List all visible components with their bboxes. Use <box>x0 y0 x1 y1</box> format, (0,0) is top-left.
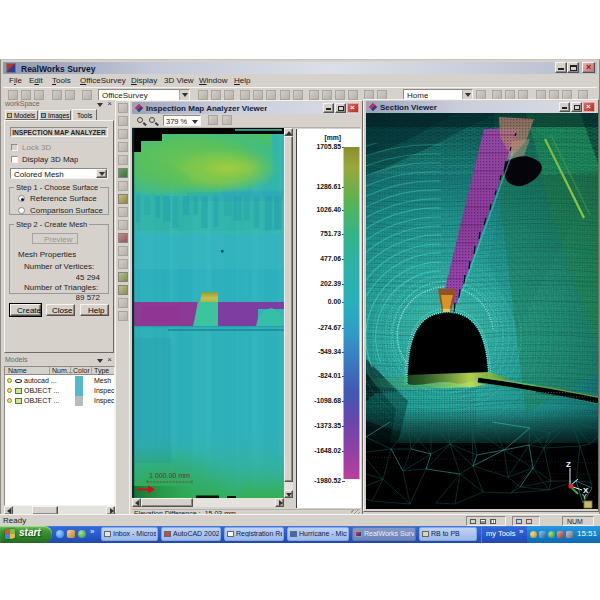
svg-text:-549.34: -549.34 <box>318 348 341 355</box>
svg-text:751.73: 751.73 <box>320 230 341 237</box>
svg-text:202.39: 202.39 <box>320 280 341 287</box>
svg-text:-1373.35: -1373.35 <box>314 422 341 429</box>
svg-text:[mm]: [mm] <box>324 134 341 142</box>
svg-text:-1098.68: -1098.68 <box>314 397 341 404</box>
svg-text:Z: Z <box>566 460 571 469</box>
svg-text:1 000.00 mm: 1 000.00 mm <box>149 472 190 479</box>
svg-text:1026.40: 1026.40 <box>316 206 341 213</box>
svg-text:-824.01: -824.01 <box>318 372 341 379</box>
svg-text:477.06: 477.06 <box>320 255 341 262</box>
svg-text:-274.67: -274.67 <box>318 324 341 331</box>
svg-text:0.00: 0.00 <box>328 298 341 305</box>
svg-text:-1648.02: -1648.02 <box>314 447 341 454</box>
svg-text:1705.85: 1705.85 <box>316 143 341 150</box>
svg-text:-1980.52: -1980.52 <box>314 477 341 484</box>
svg-text:Y: Y <box>582 493 587 500</box>
svg-text:1286.61: 1286.61 <box>316 183 341 190</box>
